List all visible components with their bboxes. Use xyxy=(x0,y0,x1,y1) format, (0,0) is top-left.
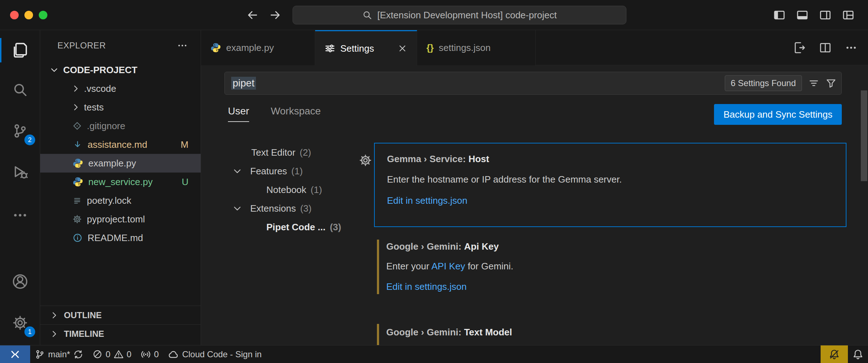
tree-item-example-py[interactable]: example.py xyxy=(40,154,201,173)
cloud-icon xyxy=(168,349,179,360)
api-key-link[interactable]: API Key xyxy=(431,261,465,272)
markdown-file-icon xyxy=(73,140,83,150)
python-file-icon xyxy=(73,158,83,169)
tree-item-new-service-py[interactable]: new_service.py U xyxy=(40,173,201,191)
remote-indicator[interactable] xyxy=(0,345,30,363)
close-tab-icon[interactable] xyxy=(397,43,407,53)
tab-settings-json[interactable]: {} settings.json xyxy=(417,30,536,65)
chevron-right-icon xyxy=(71,103,80,112)
modified-indicator xyxy=(377,324,379,345)
tree-item-pyproject-toml[interactable]: pyproject.toml xyxy=(40,210,201,228)
file-tree: CODE-PROJECT .vscode tests .gitignore as… xyxy=(40,61,201,247)
activity-search-icon[interactable] xyxy=(0,74,40,105)
tab-bar: example.py Settings {} settings.json xyxy=(201,30,868,65)
activity-explorer-icon[interactable] xyxy=(0,34,40,66)
explorer-more-icon[interactable] xyxy=(177,40,188,51)
command-center-label: [Extension Development Host] code-projec… xyxy=(377,10,557,21)
setting-description: Enter your API Key for Gemini. xyxy=(386,261,836,272)
bell-icon xyxy=(853,349,863,360)
close-window-button[interactable] xyxy=(10,11,19,19)
timeline-section-header[interactable]: TIMELINE xyxy=(40,324,201,343)
customize-layout-icon[interactable] xyxy=(842,9,854,21)
zoom-window-button[interactable] xyxy=(39,11,47,19)
tree-item-vscode[interactable]: .vscode xyxy=(40,79,201,98)
problems-item[interactable]: 0 0 xyxy=(88,345,136,363)
activity-source-control-icon[interactable]: 2 xyxy=(0,115,40,147)
search-icon xyxy=(362,10,372,20)
error-icon xyxy=(93,349,102,359)
editor-actions xyxy=(793,30,857,65)
setting-gemma-service-host[interactable]: Gemma › Service: Host Enter the hostname… xyxy=(374,143,846,227)
settings-search-input[interactable]: pipet 6 Settings Found xyxy=(224,72,842,95)
toggle-secondary-sidebar-icon[interactable] xyxy=(819,9,831,21)
edit-in-settings-json-link[interactable]: Edit in settings.json xyxy=(387,195,467,206)
git-branch-item[interactable]: main* xyxy=(30,345,88,363)
tab-label: example.py xyxy=(226,42,274,53)
open-changes-icon[interactable] xyxy=(793,42,806,54)
scrollbar-thumb[interactable] xyxy=(861,90,867,181)
setting-actions-gear-icon[interactable] xyxy=(359,154,372,167)
tree-item-readme-md[interactable]: README.md xyxy=(40,228,201,247)
toc-features[interactable]: Features(1) xyxy=(224,162,361,180)
activity-settings-icon[interactable]: 1 xyxy=(0,307,40,339)
backup-sync-settings-button[interactable]: Backup and Sync Settings xyxy=(714,104,842,125)
python-file-icon xyxy=(73,176,83,187)
toml-gear-icon xyxy=(73,214,82,224)
setting-title: Google › Gemini: Api Key xyxy=(386,241,836,252)
setting-google-gemini-text-model[interactable]: Google › Gemini: Text Model xyxy=(374,321,846,345)
toggle-primary-sidebar-icon[interactable] xyxy=(773,9,785,21)
do-not-disturb-item[interactable] xyxy=(821,345,848,363)
toc-text-editor[interactable]: Text Editor(2) xyxy=(224,143,361,162)
toggle-panel-icon[interactable] xyxy=(796,9,808,21)
tree-item-poetry-lock[interactable]: poetry.lock xyxy=(40,191,201,210)
chevron-down-icon xyxy=(232,203,242,213)
cloud-code-label: Cloud Code - Sign in xyxy=(182,349,261,359)
git-file-icon xyxy=(73,121,82,131)
branch-name: main* xyxy=(48,349,70,359)
radio-tower-icon xyxy=(141,349,151,359)
chevron-right-icon xyxy=(50,329,59,339)
outline-section-header[interactable]: OUTLINE xyxy=(40,306,201,324)
back-icon[interactable] xyxy=(246,9,258,21)
tab-settings[interactable]: Settings xyxy=(315,30,417,66)
more-actions-icon[interactable] xyxy=(845,42,857,54)
activity-run-debug-icon[interactable] xyxy=(0,156,40,188)
titlebar: [Extension Development Host] code-projec… xyxy=(0,0,868,30)
chevron-down-icon xyxy=(50,65,59,75)
git-status-badge: M xyxy=(181,139,188,150)
minimize-window-button[interactable] xyxy=(24,11,33,19)
toc-extensions[interactable]: Extensions(3) xyxy=(224,199,361,218)
chevron-right-icon xyxy=(71,84,80,93)
activity-more-icon[interactable] xyxy=(0,199,40,231)
toc-notebook[interactable]: Notebook(1) xyxy=(224,180,361,199)
cloud-code-item[interactable]: Cloud Code - Sign in xyxy=(163,345,266,363)
tree-item-tests[interactable]: tests xyxy=(40,98,201,117)
ports-item[interactable]: 0 xyxy=(136,345,163,363)
setting-google-gemini-api-key[interactable]: Google › Gemini: Api Key Enter your API … xyxy=(374,237,846,298)
error-count: 0 xyxy=(106,349,110,359)
tree-item-gitignore[interactable]: .gitignore xyxy=(40,117,201,135)
bell-slash-icon xyxy=(829,349,840,360)
scope-tab-workspace[interactable]: Workspace xyxy=(271,105,321,122)
warning-count: 0 xyxy=(127,349,131,359)
notifications-item[interactable] xyxy=(848,345,868,363)
setting-description: Enter the hostname or IP address for the… xyxy=(387,174,835,185)
sync-icon xyxy=(73,349,83,359)
forward-icon[interactable] xyxy=(269,9,281,21)
command-center[interactable]: [Extension Development Host] code-projec… xyxy=(293,6,626,24)
funnel-filter-icon[interactable] xyxy=(826,78,836,89)
toc-pipet-code[interactable]: Pipet Code ...(3) xyxy=(224,218,361,236)
explorer-title: EXPLORER xyxy=(57,41,106,51)
tab-example-py[interactable]: example.py xyxy=(201,30,315,65)
json-braces-icon: {} xyxy=(426,42,434,53)
search-controls: 6 Settings Found xyxy=(725,75,836,91)
scm-badge: 2 xyxy=(24,135,35,145)
scope-tab-user[interactable]: User xyxy=(228,105,249,122)
edit-in-settings-json-link[interactable]: Edit in settings.json xyxy=(386,281,467,292)
split-editor-icon[interactable] xyxy=(819,42,831,54)
filter-lines-icon[interactable] xyxy=(808,78,819,89)
activity-accounts-icon[interactable] xyxy=(0,266,40,297)
tree-item-assistance-md[interactable]: assistance.md M xyxy=(40,135,201,154)
tree-root-code-project[interactable]: CODE-PROJECT xyxy=(40,61,201,79)
chevron-right-icon xyxy=(50,311,59,320)
